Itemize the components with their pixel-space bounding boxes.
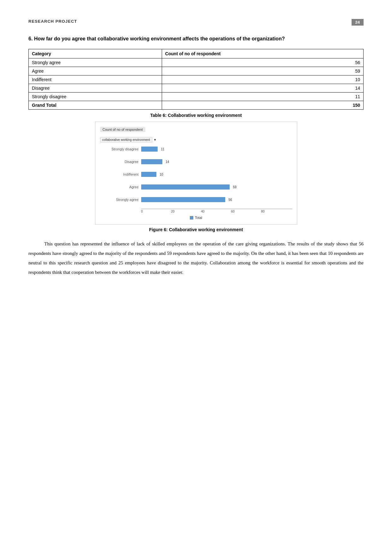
chart-bar-area: 10 [141, 171, 292, 178]
chart-bar-value: 56 [228, 198, 232, 202]
chart-bar: 11 [141, 147, 158, 152]
table-caption: Table 6: Collaborative working environme… [28, 113, 364, 118]
page: RESEARCH PROJECT 24 6. How far do you ag… [0, 0, 392, 554]
table-cell-count: 14 [162, 84, 363, 93]
table-row: Disagree14 [29, 84, 364, 93]
chart-filter-label[interactable]: collaborative working environment [100, 137, 152, 142]
table-cell-category: Strongly agree [29, 58, 162, 67]
table-cell-category: Indifferent [29, 75, 162, 84]
chart-filter-arrow-icon[interactable]: ▼ [154, 138, 157, 142]
legend-label: Total [195, 216, 202, 220]
chart-bar-area: 56 [141, 196, 292, 203]
body-paragraph: This question has represented the influe… [28, 239, 364, 277]
chart-x-label: 60 [231, 210, 261, 213]
grand-total-label: Grand Total [29, 101, 162, 110]
page-number: 24 [352, 19, 364, 26]
col-header-category: Category [29, 49, 162, 58]
chart-x-axis [141, 209, 292, 209]
table-row: Strongly disagree11 [29, 93, 364, 101]
body-text: This question has represented the influe… [28, 239, 364, 277]
chart-bar: 56 [141, 197, 225, 202]
chart-x-label: 40 [201, 210, 231, 213]
chart-x-label: 0 [141, 210, 171, 213]
question-heading: 6. How far do you agree that collaborati… [28, 35, 364, 43]
chart-bar-value: 14 [166, 160, 169, 164]
table-cell-category: Disagree [29, 84, 162, 93]
chart-x-label: 20 [171, 210, 201, 213]
chart-bar-row: Strongly agree56 [100, 196, 292, 203]
table-cell-count: 59 [162, 67, 363, 75]
table-cell-count: 10 [162, 75, 363, 84]
col-header-count: Count of no of respondent [162, 49, 363, 58]
chart-filter-row: collaborative working environment ▼ [100, 137, 292, 142]
question-number: 6. [28, 36, 33, 41]
chart-bar-label: Strongly agree [100, 198, 141, 202]
chart-bar-area: 11 [141, 146, 292, 153]
chart-bar-label: Agree [100, 185, 141, 189]
chart-bar-row: Indifferent10 [100, 171, 292, 178]
chart-x-labels: 020406080 [141, 210, 292, 213]
chart-top-label: Count of no of respondent [100, 127, 145, 132]
chart-bar-value: 11 [161, 148, 164, 151]
table-row: Strongly agree56 [29, 58, 364, 67]
chart-bar-row: Strongly disagree11 [100, 146, 292, 153]
chart-bar-value: 59 [233, 185, 236, 189]
legend-box-icon [190, 216, 193, 220]
chart-x-label: 80 [261, 210, 291, 213]
table-cell-count: 11 [162, 93, 363, 101]
document-title: RESEARCH PROJECT [28, 19, 77, 24]
chart-container: Count of no of respondent collaborative … [95, 122, 297, 225]
chart-bar-label: Disagree [100, 160, 141, 164]
chart-bar-label: Strongly disagree [100, 147, 141, 151]
chart-bar-area: 59 [141, 184, 292, 190]
table-row: Agree59 [29, 67, 364, 75]
table-cell-category: Agree [29, 67, 162, 75]
chart-legend: Total [100, 216, 292, 220]
data-table: Category Count of no of respondent Stron… [28, 49, 364, 110]
table-cell-count: 56 [162, 58, 363, 67]
chart-bar-row: Agree59 [100, 184, 292, 190]
question-text: How far do you agree that collaborative … [34, 36, 285, 41]
figure-caption: Figure 6: Collaborative working environm… [28, 227, 364, 232]
grand-total-value: 150 [162, 101, 363, 110]
chart-bar-row: Disagree14 [100, 158, 292, 165]
grand-total-row: Grand Total 150 [29, 101, 364, 110]
chart-bar-label: Indifferent [100, 172, 141, 176]
chart-bar: 59 [141, 184, 230, 190]
page-header: RESEARCH PROJECT 24 [28, 19, 364, 26]
chart-bar: 14 [141, 159, 162, 164]
table-cell-category: Strongly disagree [29, 93, 162, 101]
chart-bar-area: 14 [141, 158, 292, 165]
chart-bar: 10 [141, 172, 156, 177]
chart-area: Strongly disagree11Disagree14Indifferent… [100, 146, 292, 209]
table-row: Indifferent10 [29, 75, 364, 84]
chart-bar-value: 10 [160, 173, 163, 176]
